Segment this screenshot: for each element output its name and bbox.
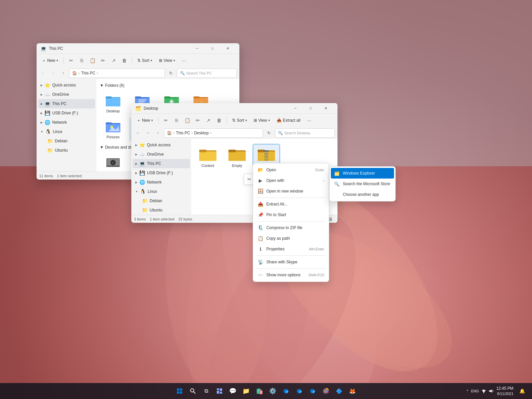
- chrome-btn[interactable]: [320, 385, 332, 397]
- close-btn-2[interactable]: ✕: [318, 103, 333, 114]
- app-btn-1[interactable]: 🔷: [333, 385, 345, 397]
- expand-usb: ▶: [41, 112, 43, 115]
- file-empty[interactable]: Empty: [224, 144, 250, 170]
- sidebar-item-ubuntu[interactable]: 📁 Ubuntu: [38, 146, 95, 155]
- app-btn-2[interactable]: 🦊: [346, 385, 358, 397]
- sidebar2-debian[interactable]: 📁 Debian: [133, 196, 190, 205]
- search-box-2[interactable]: 🔍 Search Desktop: [275, 128, 335, 138]
- share-btn-2[interactable]: ↗: [204, 116, 213, 125]
- minimize-btn-2[interactable]: ─: [288, 103, 303, 114]
- ctx-openwith[interactable]: ▶ Open with ›: [254, 175, 328, 186]
- delete-btn-2[interactable]: 🗑: [214, 116, 224, 125]
- file-content[interactable]: Content: [195, 144, 221, 170]
- ctx-pinstart[interactable]: 📌 Pin to Start: [254, 209, 328, 220]
- ctx-copypath[interactable]: 📋 Copy as path: [254, 233, 328, 244]
- submenu-msstore[interactable]: 🔍 Search the Microsoft Store: [331, 179, 394, 189]
- ctx-skype[interactable]: 📡 Share with Skype: [254, 257, 328, 267]
- ctx-open[interactable]: 📂 Open Enter: [254, 165, 328, 175]
- address-path-1[interactable]: 🏠 › This PC ›: [69, 68, 165, 78]
- chat-btn[interactable]: 💬: [227, 385, 239, 397]
- forward-btn-1[interactable]: →: [49, 69, 57, 77]
- sidebar2-quickaccess[interactable]: ▶ ⭐ Quick access: [133, 140, 190, 150]
- up-btn-1[interactable]: ↑: [59, 69, 67, 77]
- window-icon-this-pc: 💻: [41, 46, 46, 51]
- ctx-opennew[interactable]: 🪟 Open in new window: [254, 186, 328, 197]
- sidebar-item-quickaccess[interactable]: ▶ ⭐ Quick access: [38, 80, 95, 90]
- store-btn[interactable]: 🛍️: [253, 385, 265, 397]
- folders-section-header[interactable]: ▼ Folders (6): [99, 82, 237, 89]
- paste-btn-1[interactable]: 📋: [88, 56, 97, 65]
- maximize-btn-1[interactable]: □: [205, 43, 220, 54]
- view-btn-1[interactable]: ⊞ View ▾: [156, 57, 178, 64]
- explorer-taskbar-btn[interactable]: 📁: [240, 385, 252, 397]
- more-btn-2[interactable]: ···: [305, 116, 314, 125]
- notification-btn[interactable]: 🔔: [516, 385, 528, 397]
- rename-btn-1[interactable]: ✏: [98, 56, 108, 65]
- ctx-extractall-icon: 📤: [258, 201, 263, 207]
- more-btn-1[interactable]: ···: [179, 56, 189, 65]
- start-button[interactable]: [174, 385, 186, 397]
- path-thispc-1[interactable]: This PC: [81, 71, 95, 75]
- sort-btn-1[interactable]: ⇅ Sort ▾: [135, 57, 155, 64]
- ctx-moreoptions[interactable]: ⋯ Show more options Shift+F10: [254, 270, 328, 280]
- widgets-btn[interactable]: [213, 385, 225, 397]
- cut-btn-1[interactable]: ✂: [66, 56, 76, 65]
- drive-c[interactable]: Local Disk (C:): [100, 154, 126, 172]
- copy-btn-2[interactable]: ⎘: [172, 116, 181, 125]
- sidebar2-onedrive[interactable]: ▶ ☁️ OneDrive: [133, 150, 190, 159]
- rename-btn-2[interactable]: ✏: [193, 116, 202, 125]
- taskbar-search[interactable]: [187, 385, 199, 397]
- delete-btn-1[interactable]: 🗑: [120, 56, 129, 65]
- network-tray-icon[interactable]: [481, 388, 486, 394]
- sidebar2-thispc[interactable]: ▶ 💻 This PC: [133, 159, 190, 168]
- ctx-extractall[interactable]: 📤 Extract All...: [254, 199, 328, 209]
- new-btn-1[interactable]: ＋ New ▾: [39, 57, 61, 65]
- sidebar-item-onedrive[interactable]: ▶ ☁️ OneDrive: [38, 90, 95, 99]
- expand-systray-btn[interactable]: ^: [466, 388, 469, 394]
- taskview-btn[interactable]: ⧉: [200, 385, 212, 397]
- submenu-winexplorer[interactable]: 🗂️ Windows Explorer: [331, 168, 394, 179]
- up-btn-2[interactable]: ↑: [154, 129, 162, 137]
- back-btn-1[interactable]: ←: [39, 69, 47, 77]
- sidebar2-network[interactable]: ▶ 🌐 Network: [133, 178, 190, 187]
- cut-btn-2[interactable]: ✂: [161, 116, 171, 125]
- ctx-compress[interactable]: 🗜️ Compress to ZIP file: [254, 222, 328, 233]
- sidebar-item-network[interactable]: ▶ 🌐 Network: [38, 118, 95, 127]
- edge-btn-3[interactable]: [307, 385, 319, 397]
- sidebar-item-thispc[interactable]: ▶ 💻 This PC: [38, 99, 95, 108]
- search-box-1[interactable]: 🔍 Search This PC: [177, 68, 237, 78]
- volume-tray-icon[interactable]: [488, 388, 494, 394]
- ctx-properties[interactable]: ℹ Properties Alt+Enter: [254, 244, 328, 254]
- sidebar-item-linux[interactable]: ▼ 🐧 Linux: [38, 127, 95, 136]
- close-btn-1[interactable]: ✕: [220, 43, 235, 54]
- path-thispc-2[interactable]: This PC: [176, 131, 190, 135]
- forward-btn-2[interactable]: →: [144, 129, 152, 137]
- folder-pictures[interactable]: Pictures: [100, 118, 126, 141]
- edge-btn-2[interactable]: [293, 385, 305, 397]
- share-btn-1[interactable]: ↗: [109, 56, 118, 65]
- path-desktop-2[interactable]: Desktop: [194, 131, 209, 135]
- new-btn-2[interactable]: ＋ New ▾: [134, 116, 156, 125]
- taskbar-clock[interactable]: 12:45 PM 8/11/2021: [496, 386, 513, 396]
- extract-btn[interactable]: 📤 Extract all: [274, 117, 303, 124]
- refresh-btn-1[interactable]: ↻: [167, 69, 175, 77]
- sidebar2-ubuntu[interactable]: 📁 Ubuntu: [133, 205, 190, 215]
- copy-btn-1[interactable]: ⎘: [77, 56, 86, 65]
- sidebar-item-usb[interactable]: ▶ 💾 USB Drive (F:): [38, 108, 95, 118]
- submenu-otherapp[interactable]: Choose another app: [331, 189, 394, 200]
- expand-onedrive: ▶: [41, 93, 43, 96]
- sidebar2-usb[interactable]: ▶ 💾 USB Drive (F:): [133, 168, 190, 178]
- folder-desktop[interactable]: Desktop: [100, 92, 126, 115]
- refresh-btn-2[interactable]: ↻: [265, 129, 273, 137]
- view-btn-2[interactable]: ⊞ View ▾: [251, 117, 273, 124]
- maximize-btn-2[interactable]: □: [303, 103, 318, 114]
- sidebar-item-debian[interactable]: 📁 Debian: [38, 136, 95, 146]
- address-path-2[interactable]: 🏠 › This PC › Desktop ›: [164, 128, 263, 138]
- back-btn-2[interactable]: ←: [134, 129, 142, 137]
- minimize-btn-1[interactable]: ─: [190, 43, 205, 54]
- sort-btn-2[interactable]: ⇅ Sort ▾: [229, 117, 250, 124]
- sidebar2-linux[interactable]: ▼ 🐧 Linux: [133, 187, 190, 196]
- paste-btn-2[interactable]: 📋: [183, 116, 192, 125]
- edge-btn-1[interactable]: [280, 385, 292, 397]
- settings-taskbar-btn[interactable]: ⚙️: [267, 385, 279, 397]
